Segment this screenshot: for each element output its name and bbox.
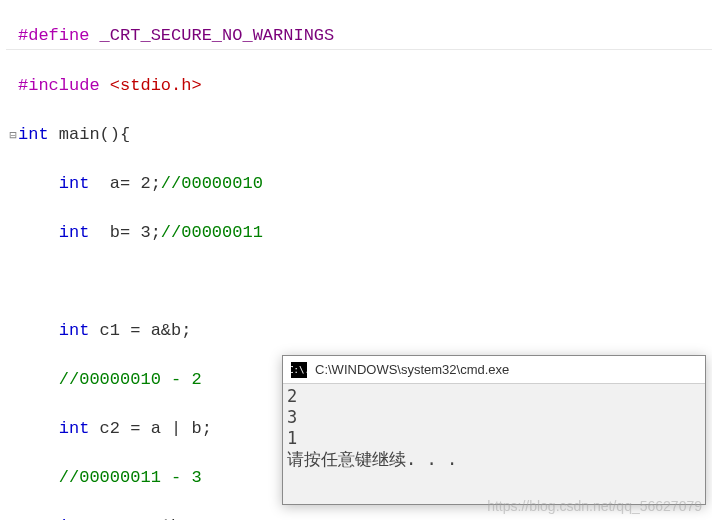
out-line: 2: [287, 386, 297, 406]
comment: //00000010 - 2: [59, 370, 202, 389]
macro-name: _CRT_SECURE_NO_WARNINGS: [89, 26, 334, 45]
comment: //00000011: [161, 223, 263, 242]
gutter-blank: [8, 75, 18, 99]
comment: //00000010: [161, 174, 263, 193]
kw-int: int: [18, 125, 49, 144]
cmd-window[interactable]: C:\. C:\WINDOWS\system32\cmd.exe 2 3 1 请…: [282, 355, 706, 505]
func-sig: main(){: [49, 125, 131, 144]
pp-define: #define: [18, 26, 89, 45]
cmd-icon: C:\.: [291, 362, 307, 378]
cmd-title-text: C:\WINDOWS\system32\cmd.exe: [315, 362, 509, 377]
out-line: 1: [287, 428, 297, 448]
gutter-blank: [8, 25, 18, 49]
pp-include: #include: [18, 76, 100, 95]
watermark-text: https://blog.csdn.net/qq_56627079: [487, 498, 702, 514]
cmd-titlebar[interactable]: C:\. C:\WINDOWS\system32\cmd.exe: [283, 356, 705, 384]
fold-icon[interactable]: ⊟: [8, 124, 18, 148]
out-line: 3: [287, 407, 297, 427]
press-any-key: 请按任意键继续. . .: [287, 449, 457, 469]
cmd-output: 2 3 1 请按任意键继续. . .: [283, 384, 705, 472]
include-header: <stdio.h>: [100, 76, 202, 95]
comment: //00000011 - 3: [59, 468, 202, 487]
